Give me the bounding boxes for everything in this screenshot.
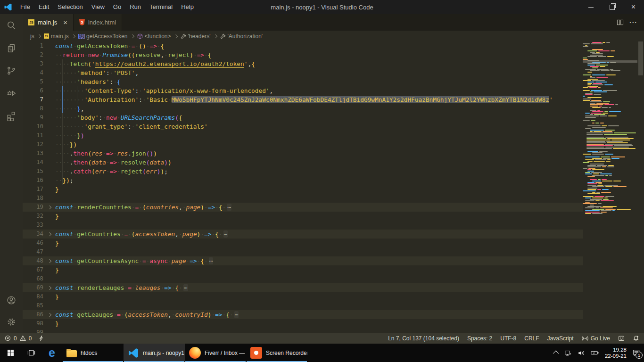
line-number: 48: [23, 256, 43, 265]
menu-item-help[interactable]: Help: [177, 0, 198, 14]
cursor-position[interactable]: Ln 7, Col 137 (104 selected): [388, 335, 459, 342]
code-line[interactable]: 85: [23, 301, 644, 310]
code-line[interactable]: 5······'headers':·{: [23, 77, 644, 86]
settings-icon[interactable]: [0, 311, 23, 333]
more-actions-icon[interactable]: ···: [629, 19, 637, 26]
code-line[interactable]: 18: [23, 194, 644, 203]
code-line[interactable]: 69const·renderLeauges·=·leauges·=>·{·⋯: [23, 283, 583, 292]
fold-chevron-icon[interactable]: [46, 233, 53, 236]
breadcrumb-item[interactable]: js: [30, 33, 34, 40]
menu-item-go[interactable]: Go: [109, 0, 125, 14]
minimize-icon[interactable]: [580, 0, 602, 14]
code-line[interactable]: 84}: [23, 292, 644, 301]
code-line[interactable]: 12····}): [23, 140, 644, 149]
code-line[interactable]: 3····fetch('https://oauth2.elenasport.io…: [23, 59, 644, 68]
code-line[interactable]: 4······'method':·'POST',: [23, 68, 644, 77]
menu-item-run[interactable]: Run: [125, 0, 145, 14]
close-icon[interactable]: ×: [623, 0, 644, 14]
code-line[interactable]: 19const·renderCountries·=·(countries,·pa…: [23, 203, 583, 212]
code-line[interactable]: 15····.catch(err·=>·reject(err));: [23, 167, 644, 176]
menu-item-file[interactable]: File: [16, 0, 34, 14]
eol[interactable]: CRLF: [524, 335, 539, 342]
code-line[interactable]: 68: [23, 274, 644, 283]
action-center-icon[interactable]: 1: [632, 349, 640, 357]
tab-main.js[interactable]: JSmain.js×: [23, 14, 74, 31]
code-line[interactable]: 9······'body':·new·URLSearchParams({: [23, 113, 644, 122]
tab-close-icon[interactable]: ×: [63, 18, 67, 26]
breadcrumb-item[interactable]: JSmain.js: [44, 33, 69, 40]
source-control-icon[interactable]: [0, 59, 23, 82]
code-line[interactable]: 67}: [23, 265, 644, 274]
breadcrumb-item[interactable]: [@]getAccessToken: [78, 33, 128, 40]
search-icon[interactable]: [0, 14, 23, 37]
scrollbar-thumb[interactable]: [638, 41, 643, 75]
code-line[interactable]: 46}: [23, 239, 644, 247]
language-mode[interactable]: JavaScript: [547, 335, 574, 342]
taskbar-firefox-button[interactable]: Fiverr / Inbox — M...: [185, 344, 246, 362]
taskbar-vscode-button[interactable]: main.js - noopy1 - ...: [124, 344, 185, 362]
menu-item-view[interactable]: View: [87, 0, 109, 14]
tray-chevron-up-icon[interactable]: [553, 351, 559, 357]
code-token: :: [128, 123, 132, 130]
breadcrumb-item[interactable]: 'Authorization': [220, 33, 263, 40]
code-line[interactable]: 6········'Content-Type':·'application/x-…: [23, 86, 644, 95]
run-debug-icon[interactable]: [0, 82, 23, 105]
code-line[interactable]: 17}: [23, 185, 644, 194]
breadcrumb-item[interactable]: <function>: [137, 33, 171, 40]
code-line[interactable]: 13····.then(res·=>·res.json()): [23, 149, 644, 158]
minimap-segment: [590, 110, 596, 111]
code-line[interactable]: 48const·getCountriesAsync·=·async·page·=…: [23, 256, 583, 265]
line-number: 17: [23, 185, 43, 194]
encoding[interactable]: UTF-8: [500, 335, 516, 342]
menu-item-terminal[interactable]: Terminal: [145, 0, 177, 14]
menu-item-edit[interactable]: Edit: [34, 0, 53, 14]
bolt-icon[interactable]: [38, 335, 44, 341]
fold-chevron-icon[interactable]: [46, 206, 53, 209]
indentation[interactable]: Spaces: 2: [467, 335, 492, 342]
code-line[interactable]: 34const·getCountries·=·(accessToken,·pag…: [23, 230, 583, 239]
code-line[interactable]: 14····.then(data·=>·resolve(data)): [23, 158, 644, 167]
taskbar-folder-button[interactable]: htdocs: [62, 344, 124, 362]
code-line[interactable]: 11······}): [23, 131, 644, 140]
network-icon[interactable]: [564, 349, 572, 357]
method-icon: [@]: [78, 33, 84, 39]
code-line[interactable]: 16··});: [23, 176, 644, 185]
taskbar-edge-button[interactable]: e: [41, 344, 62, 362]
battery-icon[interactable]: [591, 350, 599, 356]
taskbar-task-view-button[interactable]: [21, 344, 41, 362]
breadcrumb-item[interactable]: 'headers': [181, 33, 211, 40]
menu-item-selection[interactable]: Selection: [53, 0, 87, 14]
code-line[interactable]: 99: [23, 328, 644, 333]
code-line[interactable]: 8······},: [23, 104, 644, 113]
code-line[interactable]: 47: [23, 247, 644, 256]
code-line[interactable]: 1const·getAccessToken·=·()·=>·{: [23, 41, 644, 50]
code-editor[interactable]: 1const·getAccessToken·=·()·=>·{2··return…: [23, 41, 644, 333]
code-line[interactable]: 7········'Authorization':·'Basic·MWo5bHF…: [23, 95, 644, 104]
taskbar-recorder-button[interactable]: Screen Recorder: [246, 344, 307, 362]
volume-icon[interactable]: [578, 349, 585, 357]
code-line[interactable]: 32}: [23, 212, 644, 221]
code-line[interactable]: 86const·getLeauges·=·(accessToken,·count…: [23, 310, 583, 319]
taskbar-clock[interactable]: 19.28 22-09-21: [605, 347, 627, 359]
code-line[interactable]: 98}: [23, 319, 644, 328]
split-editor-icon[interactable]: [617, 19, 624, 26]
taskbar-start-button[interactable]: [0, 344, 21, 362]
code-line[interactable]: 2··return·new·Promise((resolve,·reject)·…: [23, 50, 644, 59]
minimap-segment: [602, 179, 607, 180]
problems-indicator[interactable]: 0 0: [5, 335, 44, 342]
code-line[interactable]: 10········'grant_type':·'client_credenti…: [23, 122, 644, 131]
minimap[interactable]: [583, 41, 637, 333]
scrollbar[interactable]: [637, 41, 644, 333]
fold-chevron-icon[interactable]: [46, 260, 53, 263]
extensions-icon[interactable]: [0, 105, 23, 127]
fold-chevron-icon[interactable]: [46, 313, 53, 316]
go-live-button[interactable]: Go Live: [582, 335, 610, 342]
tab-index.html[interactable]: 5index.html: [74, 14, 122, 31]
files-icon[interactable]: [0, 37, 23, 59]
bell-icon[interactable]: [633, 335, 639, 342]
code-line[interactable]: 33: [23, 221, 644, 230]
fold-chevron-icon[interactable]: [46, 287, 53, 289]
restore-icon[interactable]: [602, 0, 623, 14]
account-icon[interactable]: [0, 289, 23, 311]
feedback-icon[interactable]: [618, 335, 625, 342]
